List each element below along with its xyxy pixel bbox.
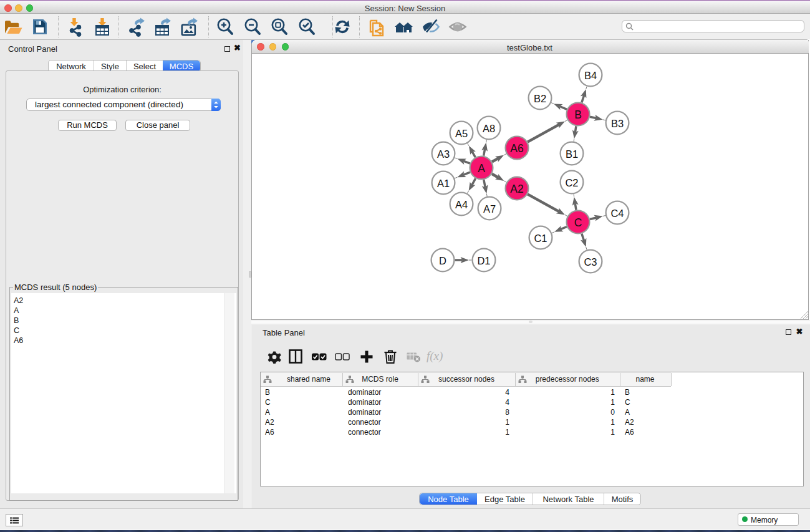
svg-text:D1: D1 (477, 255, 490, 266)
svg-text:B4: B4 (584, 70, 597, 81)
svg-text:B: B (574, 109, 582, 121)
svg-text:C: C (574, 216, 582, 229)
svg-text:B3: B3 (611, 118, 624, 129)
svg-text:A6: A6 (510, 142, 523, 155)
svg-text:A7: A7 (483, 203, 496, 215)
svg-text:C2: C2 (565, 177, 578, 188)
svg-text:A4: A4 (455, 199, 468, 210)
svg-text:A8: A8 (483, 123, 495, 134)
svg-text:B1: B1 (566, 148, 578, 160)
svg-text:C3: C3 (584, 256, 597, 268)
svg-text:A2: A2 (510, 183, 523, 195)
svg-text:A1: A1 (437, 178, 450, 189)
svg-text:A5: A5 (455, 128, 468, 139)
svg-text:D: D (439, 255, 446, 266)
svg-text:A: A (478, 162, 485, 175)
svg-text:A3: A3 (437, 148, 450, 160)
svg-text:C4: C4 (610, 208, 624, 219)
svg-text:C1: C1 (534, 233, 547, 244)
svg-text:B2: B2 (534, 93, 546, 104)
